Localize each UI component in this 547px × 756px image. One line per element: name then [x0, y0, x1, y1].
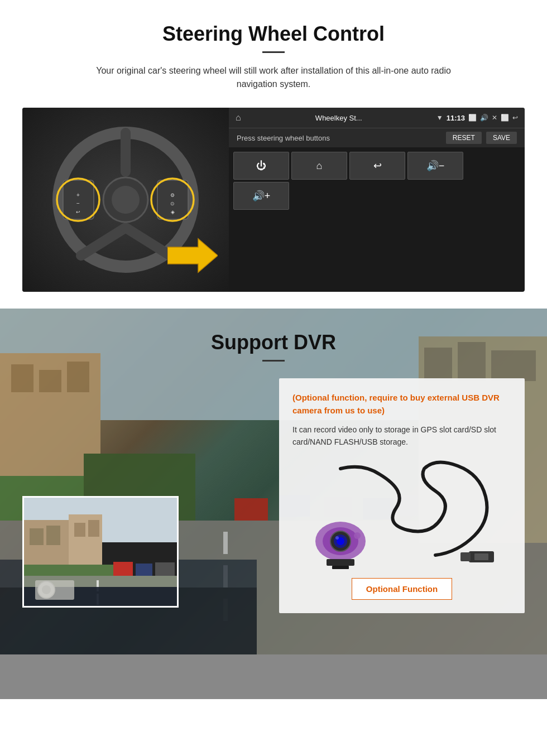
- title-divider: [262, 51, 285, 53]
- arrow-icon: [167, 236, 218, 275]
- svg-rect-66: [327, 559, 354, 566]
- dvr-title-area: Support DVR: [0, 309, 547, 373]
- toolbar-buttons: RESET SAVE: [446, 132, 517, 144]
- toolbar-text: Press steering wheel buttons: [237, 134, 330, 142]
- svg-rect-51: [136, 564, 152, 576]
- steering-image-area: + − ↩ ⚙ ⊙ ◈: [22, 108, 525, 292]
- svg-point-65: [335, 536, 339, 540]
- svg-rect-59: [460, 552, 471, 561]
- steering-title: Steering Wheel Control: [22, 22, 525, 46]
- dvr-camera-svg: [296, 458, 508, 569]
- home-icon: ⌂: [236, 113, 241, 123]
- dvr-section: Support DVR: [0, 309, 547, 654]
- power-button[interactable]: ⏻: [233, 152, 289, 180]
- bottom-section: [0, 654, 547, 699]
- dvr-title: Support DVR: [0, 331, 547, 354]
- dvr-content-area: (Optional function, require to buy exter…: [22, 378, 525, 613]
- svg-rect-56: [35, 580, 74, 600]
- vol-up-button[interactable]: 🔊+: [233, 182, 289, 210]
- svg-rect-50: [113, 562, 133, 576]
- svg-rect-42: [46, 526, 60, 545]
- app-name: Wheelkey St...: [246, 114, 432, 122]
- steering-wheel-bg: + − ↩ ⚙ ⊙ ◈: [22, 108, 229, 292]
- optional-function-button[interactable]: Optional Function: [352, 578, 452, 600]
- svg-rect-67: [332, 566, 349, 569]
- dvr-description: It can record video only to storage in G…: [292, 423, 511, 449]
- steering-photo: + − ↩ ⚙ ⊙ ◈: [22, 108, 229, 292]
- camera-icon: ⬜: [468, 114, 477, 122]
- svg-text:⊙: ⊙: [170, 201, 175, 206]
- wifi-icon: ▼: [436, 114, 443, 122]
- svg-text:↩: ↩: [76, 209, 80, 215]
- svg-point-68: [354, 532, 361, 539]
- android-screen: ⌂ Wheelkey St... ▼ 11:13 ⬜ 🔊 ✕ ⬜ ↩ Press…: [229, 108, 525, 292]
- svg-rect-58: [474, 553, 488, 560]
- volume-icon: 🔊: [480, 114, 488, 122]
- screen-icon: ⬜: [501, 114, 509, 122]
- dvr-optional-text: (Optional function, require to buy exter…: [292, 392, 511, 417]
- svg-marker-16: [167, 239, 218, 272]
- steering-section: Steering Wheel Control Your original car…: [0, 0, 547, 309]
- save-button[interactable]: SAVE: [486, 132, 517, 144]
- svg-text:−: −: [76, 200, 80, 206]
- controls-grid: ⏻ ⌂ ↩ 🔊− 🔊+: [229, 147, 525, 214]
- android-statusbar: ⌂ Wheelkey St... ▼ 11:13 ⬜ 🔊 ✕ ⬜ ↩: [229, 108, 525, 128]
- android-toolbar: Press steering wheel buttons RESET SAVE: [229, 128, 525, 147]
- svg-text:+: +: [76, 192, 80, 198]
- svg-rect-52: [155, 562, 175, 576]
- vol-down-button[interactable]: 🔊−: [407, 152, 463, 180]
- dvr-camera-image: [292, 458, 511, 569]
- svg-text:◈: ◈: [171, 209, 175, 215]
- svg-rect-45: [88, 520, 99, 537]
- svg-rect-44: [74, 523, 85, 537]
- road-screenshot-svg: [24, 498, 179, 608]
- back-button[interactable]: ↩: [349, 152, 405, 180]
- svg-line-3: [126, 228, 170, 256]
- svg-rect-41: [30, 528, 44, 545]
- svg-point-5: [112, 186, 140, 214]
- back-icon: ↩: [512, 114, 518, 122]
- statusbar-icons: ▼ 11:13 ⬜ 🔊 ✕ ⬜ ↩: [436, 114, 518, 122]
- dvr-small-screenshot: [22, 496, 179, 608]
- dvr-title-divider: [262, 360, 285, 362]
- close-icon: ✕: [492, 114, 497, 122]
- steering-subtitle: Your original car's steering wheel will …: [78, 64, 469, 91]
- dvr-info-card: (Optional function, require to buy exter…: [279, 378, 525, 613]
- dvr-left-area: [22, 378, 268, 613]
- time-display: 11:13: [447, 114, 465, 122]
- svg-text:⚙: ⚙: [170, 192, 175, 198]
- svg-line-2: [81, 228, 126, 256]
- reset-button[interactable]: RESET: [446, 132, 482, 144]
- home-button[interactable]: ⌂: [291, 152, 347, 180]
